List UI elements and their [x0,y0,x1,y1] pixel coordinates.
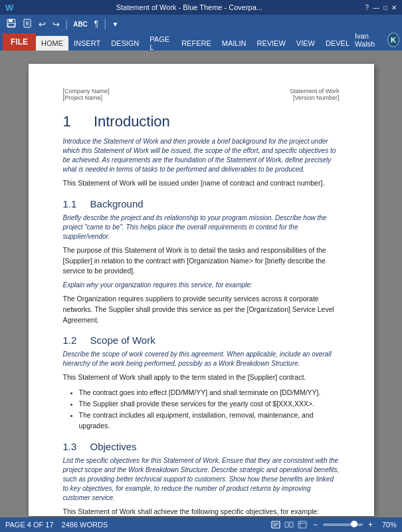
bullet-item: The Supplier shall provide these service… [79,398,340,410]
tab-home[interactable]: HOME [36,36,68,51]
header-right: Statement of Work [Version Number] [290,88,339,101]
view-icons [270,520,308,529]
background-body1: The purpose of this Statement of Work is… [63,245,340,277]
title-bar: W Statement of Work - Blue Theme - Cover… [0,0,402,15]
project-name: [Project Name] [63,94,110,101]
heading-num: 1 [63,113,71,130]
user-area: Ivan Walsh K [355,32,399,51]
tab-page-layout[interactable]: PAGE L [144,36,176,51]
maximize-icon[interactable]: □ [383,4,387,11]
objectives-body1: This Statement of Work shall achieve the… [63,507,340,517]
main-area: [Company Name] [Project Name] Statement … [0,51,402,517]
scope-body1: This Statement of Work shall apply to th… [63,372,340,383]
tab-insert[interactable]: INSERT [68,36,106,51]
heading-title-1-2: Scope of Work [90,334,155,346]
svg-rect-13 [298,521,306,528]
status-right: − + 70% [270,520,397,529]
heading-num-1-2: 1.2 [63,334,77,346]
new-button[interactable] [20,17,35,32]
close-icon[interactable]: ✕ [391,4,397,11]
web-layout-icon[interactable] [297,520,308,529]
document-area[interactable]: [Company Name] [Project Name] Statement … [0,51,402,517]
help-icon[interactable]: ? [365,4,369,11]
header-left: [Company Name] [Project Name] [63,88,110,101]
section-scope: 1.2 Scope of Work Describe the scope of … [63,334,340,432]
user-avatar[interactable]: K [387,33,399,47]
tab-view[interactable]: VIEW [291,36,320,51]
word-count: 2486 WORDS [62,521,108,529]
read-mode-icon[interactable] [284,520,294,529]
bullet-item: The contract goes into effect [DD/MM/YY]… [79,387,340,398]
scope-instruction: Describe the scope of work covered by th… [63,350,340,368]
save-button[interactable] [4,17,19,32]
document-page: [Company Name] [Project Name] Statement … [29,64,374,516]
version-number: [Version Number] [290,94,339,101]
redo-button[interactable]: ↪ [50,17,62,31]
tab-review[interactable]: REVIEW [251,36,290,51]
heading-introduction: 1 Introduction [63,113,340,130]
tab-developer[interactable]: DEVEL [320,36,355,51]
heading-title-1-1: Background [90,198,144,209]
zoom-slider[interactable] [323,523,363,526]
heading-title-1-3: Objectives [90,441,137,452]
ribbon-tab-bar: FILE HOME INSERT DESIGN PAGE L REFERE MA… [0,33,402,51]
zoom-out-icon[interactable]: − [313,520,318,529]
intro-instruction: Introduce the Statement of Work and then… [63,137,340,174]
scope-bullets: The contract goes into effect [DD/MM/YY]… [79,387,340,432]
undo-button[interactable]: ↩ [36,17,49,31]
paragraph-button[interactable]: ¶ [92,17,101,31]
window-controls[interactable]: ? — □ ✕ [365,4,397,11]
separator: | [65,18,68,30]
zoom-level[interactable]: 70% [378,521,397,529]
heading-objectives: 1.3 Objectives [63,441,340,452]
word-logo-icon: W [5,3,13,13]
quick-access-toolbar: ↩ ↪ | ABC ¶ | ▼ [0,15,402,33]
company-name: [Company Name] [63,88,110,94]
heading-scope: 1.2 Scope of Work [63,334,340,346]
background-instruction2: Explain why your organization requires t… [63,281,340,290]
heading-num-1-3: 1.3 [63,441,77,452]
section-introduction: 1 Introduction Introduce the Statement o… [63,113,340,189]
heading-background: 1.1 Background [63,198,340,209]
spellcheck-button[interactable]: ABC [70,19,90,30]
heading-title: Introduction [94,113,170,130]
page-number: PAGE 4 OF 17 [5,521,54,529]
background-instruction: Briefly describe the project and its rel… [63,213,340,241]
minimize-icon[interactable]: — [373,4,379,11]
svg-rect-11 [285,522,288,527]
status-bar: PAGE 4 OF 17 2486 WORDS − + 70% [0,517,402,532]
window-title: Statement of Work - Blue Theme - Coverpa… [13,3,365,11]
tab-mailings[interactable]: MAILIN [217,36,252,51]
sow-label: Statement of Work [290,88,339,94]
svg-rect-2 [8,23,15,27]
section-objectives: 1.3 Objectives List the specific objecti… [63,441,340,517]
page-header: [Company Name] [Project Name] Statement … [63,88,340,101]
heading-num-1-1: 1.1 [63,198,77,209]
separator2: | [104,18,106,30]
title-left: W [5,3,13,13]
background-body2: The Organization requires suppliers to p… [63,294,340,325]
svg-rect-1 [9,19,13,22]
tab-file[interactable]: FILE [3,33,36,51]
zoom-in-icon[interactable]: + [368,520,373,529]
bullet-item: The contract includes all equipment, ins… [79,410,340,432]
svg-rect-12 [290,522,293,527]
intro-body: This Statement of Work will be issued un… [63,178,340,189]
zoom-thumb [351,521,357,527]
objectives-instruction: List the specific objectives for this St… [63,456,340,503]
user-name: Ivan Walsh [355,32,383,48]
dropdown-button[interactable]: ▼ [109,19,121,30]
tab-references[interactable]: REFERE [176,36,217,51]
tab-design[interactable]: DESIGN [106,36,144,51]
print-layout-icon[interactable] [270,520,281,529]
section-background: 1.1 Background Briefly describe the proj… [63,198,340,326]
